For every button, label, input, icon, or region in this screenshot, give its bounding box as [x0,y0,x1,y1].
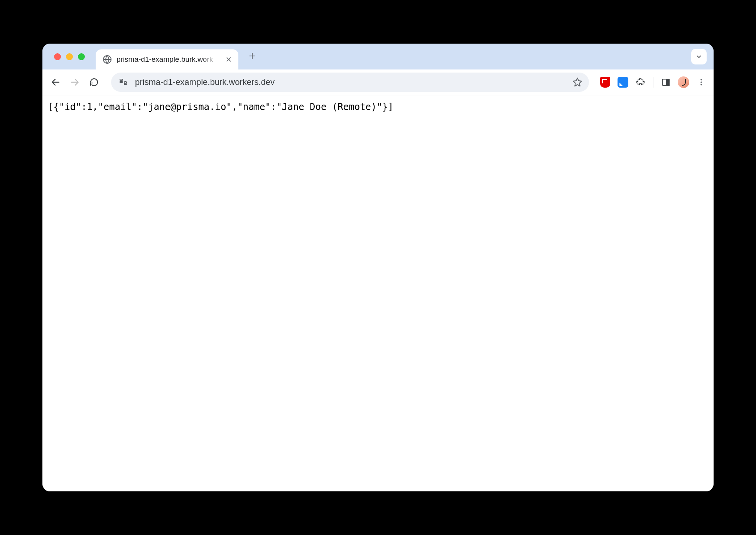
tab-search-button[interactable] [691,49,707,64]
extension-ublock-icon[interactable] [597,74,613,90]
globe-icon [103,55,112,64]
extensions-menu-button[interactable] [633,74,648,90]
side-panel-button[interactable] [658,74,673,90]
bookmark-button[interactable] [570,74,585,90]
svg-rect-2 [120,81,123,83]
json-response-text: [{"id":1,"email":"jane@prisma.io","name"… [48,102,708,112]
svg-point-3 [124,81,127,84]
chrome-menu-button[interactable] [694,74,709,90]
extension-blue-icon[interactable] [615,74,631,90]
browser-window: prisma-d1-example.burk.work [42,44,714,491]
toolbar-actions [595,74,709,90]
forward-button[interactable] [66,74,83,91]
tab-title: prisma-d1-example.burk.work [116,55,220,64]
toolbar-divider [653,77,653,88]
profile-avatar[interactable] [676,74,691,90]
back-button[interactable] [47,74,64,91]
browser-tab[interactable]: prisma-d1-example.burk.work [96,49,238,69]
new-tab-button[interactable] [245,48,260,64]
svg-point-6 [700,79,702,81]
svg-point-8 [700,84,702,86]
reload-button[interactable] [86,74,103,91]
svg-point-7 [700,81,702,83]
maximize-window-button[interactable] [78,53,85,60]
toolbar: prisma-d1-example.burk.workers.dev [42,69,714,95]
url-text: prisma-d1-example.burk.workers.dev [135,77,563,87]
site-info-icon[interactable] [119,78,128,87]
page-content: [{"id":1,"email":"jane@prisma.io","name"… [42,95,714,491]
window-controls [50,44,90,69]
minimize-window-button[interactable] [66,53,73,60]
svg-rect-5 [666,79,669,85]
tab-strip: prisma-d1-example.burk.work [42,44,714,69]
address-bar[interactable]: prisma-d1-example.burk.workers.dev [111,73,589,92]
close-tab-button[interactable] [224,55,233,64]
svg-rect-1 [120,79,123,80]
close-window-button[interactable] [54,53,61,60]
